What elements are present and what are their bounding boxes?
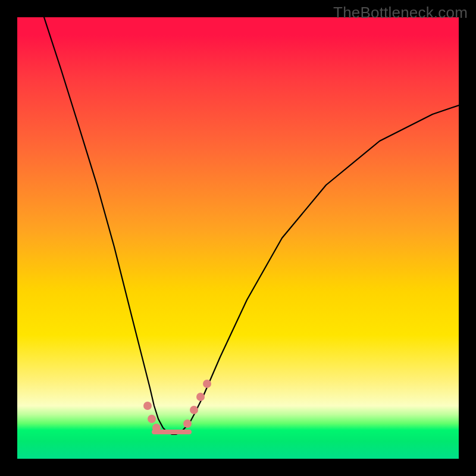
- marker-dot: [152, 424, 161, 432]
- chart-frame: TheBottleneck.com: [0, 0, 476, 476]
- marker-dot: [148, 415, 156, 423]
- marker-dot: [196, 393, 205, 401]
- marker-dot: [183, 419, 192, 428]
- bottleneck-curve-svg: [17, 17, 459, 459]
- watermark-text: TheBottleneck.com: [333, 4, 468, 22]
- marker-dot: [190, 406, 198, 414]
- marker-dot: [203, 380, 211, 388]
- marker-dot: [143, 402, 152, 410]
- plot-gradient-background: [17, 17, 459, 459]
- bottleneck-curve-line: [44, 17, 459, 434]
